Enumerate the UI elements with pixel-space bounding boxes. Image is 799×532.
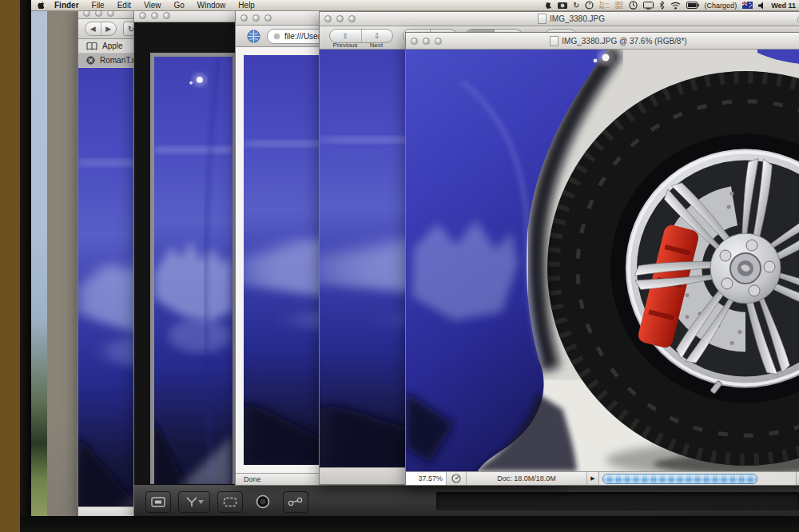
app-glyph-icon	[545, 2, 552, 10]
compare-icon	[288, 497, 304, 506]
close-button[interactable]	[139, 12, 146, 19]
forward-button[interactable]: ▶	[101, 22, 117, 35]
book-icon	[86, 42, 97, 50]
back-icon: ◀	[90, 25, 96, 33]
next-button[interactable]: ⇩	[362, 30, 393, 42]
winE-title-text: IMG_3380.JPG @ 37.6% (RGB/8*)	[562, 37, 686, 46]
car-photo-panel	[154, 57, 233, 484]
load-status-label: Done	[244, 475, 261, 483]
input-flag-icon[interactable]	[742, 1, 753, 10]
desktop: Finder File Edit View Go Window Help ↻ T…	[31, 0, 799, 516]
desktop-wallpaper	[31, 0, 47, 516]
flag-icon	[742, 2, 753, 9]
back-button[interactable]: ◀	[85, 22, 101, 35]
winE-status-bar: 37.57% Doc: 18.0M/18.0M ▶ ◀▶	[406, 471, 799, 485]
loupe-icon	[256, 494, 270, 509]
date-bottom: 08/3	[615, 6, 623, 10]
clock-status-icon[interactable]	[629, 1, 638, 10]
camera-status-icon[interactable]	[558, 1, 567, 10]
previous-label: Previous	[329, 42, 361, 49]
menu-item-edit[interactable]: Edit	[111, 1, 137, 10]
menu-item-view[interactable]: View	[137, 1, 168, 10]
doc-size-readout[interactable]: Doc: 18.0M/18.0M	[467, 472, 587, 485]
wifi-icon	[670, 2, 681, 10]
battery-status-icon[interactable]	[686, 1, 699, 10]
date-meter[interactable]: 08/3 08/3	[615, 2, 623, 10]
menu-item-go[interactable]: Go	[167, 1, 190, 10]
menu-item-help[interactable]: Help	[232, 1, 261, 10]
close-button[interactable]	[240, 14, 248, 22]
split-view-button[interactable]	[178, 491, 210, 513]
winE-title-bar[interactable]: IMG_3380.JPG @ 37.6% (RGB/8*)	[406, 33, 799, 50]
next-label: Next	[360, 42, 392, 49]
circular-arrows-icon	[585, 1, 594, 10]
marquee-icon	[223, 497, 237, 507]
bluetooth-icon	[659, 1, 665, 10]
winD-title-bar[interactable]: IMG_3380.JPG	[320, 12, 799, 26]
bookmark-label: Apple	[102, 42, 123, 50]
compass-icon	[451, 474, 461, 483]
window-photoshop: IMG_3380.JPG @ 37.6% (RGB/8*)	[405, 32, 799, 486]
canvas-icon	[151, 497, 165, 507]
display-icon	[643, 2, 654, 10]
battery-charged-label[interactable]: (Charged)	[705, 2, 737, 10]
rx-label: Rx	[599, 5, 604, 10]
minimize-button[interactable]	[252, 14, 260, 22]
down-arrow-icon: ⇩	[374, 32, 380, 40]
monitor-bezel-left	[20, 0, 31, 532]
horizontal-scrollbar[interactable]	[599, 472, 796, 485]
globe-icon[interactable]	[247, 30, 260, 43]
document-proxy-icon[interactable]	[550, 36, 559, 46]
winE-title: IMG_3380.JPG @ 37.6% (RGB/8*)	[406, 36, 799, 46]
zoom-button[interactable]	[163, 12, 170, 19]
right-triangle-icon: ▶	[590, 475, 594, 482]
compare-tool-button[interactable]	[283, 491, 308, 513]
select-tool-button[interactable]	[217, 491, 243, 513]
dropdown-caret-icon	[198, 500, 204, 504]
filmstrip-shelf[interactable]	[436, 492, 799, 510]
speaker-icon	[758, 2, 765, 10]
menu-bar-clock-label[interactable]: Wed 11	[771, 2, 796, 10]
loupe-tool-button[interactable]	[250, 491, 276, 513]
winB-toolbar	[134, 484, 799, 516]
sync-status-icon[interactable]: ↻	[573, 1, 579, 10]
winD-title: IMG_3380.JPG	[320, 14, 799, 24]
apple-menu-icon[interactable]	[31, 1, 51, 10]
network-meter[interactable]: Tx — Rx —	[599, 2, 610, 10]
menu-item-window[interactable]: Window	[191, 1, 233, 10]
minimize-button[interactable]	[151, 12, 158, 19]
status-compass-icon[interactable]	[447, 472, 467, 485]
winD-title-text: IMG_3380.JPG	[550, 14, 605, 23]
apple-logo-icon	[38, 1, 45, 9]
wifi-status-icon[interactable]	[670, 1, 681, 10]
scrollbar-thumb[interactable]	[602, 474, 757, 484]
nav-buttons: ◀ ▶	[85, 22, 117, 36]
app-status-icon[interactable]	[545, 1, 552, 10]
forward-icon: ▶	[105, 25, 111, 33]
winB-image-frame	[150, 53, 237, 484]
battery-icon	[686, 2, 699, 9]
scrollbar-arrows[interactable]: ◀▶	[796, 472, 799, 485]
volume-status-icon[interactable]	[758, 1, 765, 10]
favicon-icon	[273, 33, 280, 40]
zoom-percent-value: 37.57%	[418, 474, 443, 482]
previous-button[interactable]: ⇧	[330, 30, 362, 42]
menu-bar-status-area: ↻ Tx — Rx — 08/3 08/3	[545, 1, 799, 10]
camera-icon	[558, 2, 567, 9]
car-photo-wheel	[406, 50, 799, 471]
photo-of-screen: Finder File Edit View Go Window Help ↻ T…	[0, 0, 799, 532]
status-popup-button[interactable]: ▶	[587, 472, 599, 485]
winE-image-view	[406, 50, 799, 471]
up-arrow-icon: ⇧	[342, 32, 348, 40]
sync2-status-icon[interactable]	[585, 1, 594, 10]
menu-bar: Finder File Edit View Go Window Help ↻ T…	[31, 0, 799, 11]
monitor-bezel-bottom	[20, 516, 799, 532]
zoom-button[interactable]	[264, 14, 272, 22]
displays-status-icon[interactable]	[643, 1, 654, 10]
menu-item-file[interactable]: File	[85, 1, 111, 10]
zoom-percent-field[interactable]: 37.57%	[406, 472, 447, 485]
menu-item-finder[interactable]: Finder	[51, 1, 85, 10]
document-proxy-icon[interactable]	[538, 14, 547, 24]
canvas-tool-button[interactable]	[145, 491, 171, 513]
bluetooth-status-icon[interactable]	[659, 1, 665, 10]
